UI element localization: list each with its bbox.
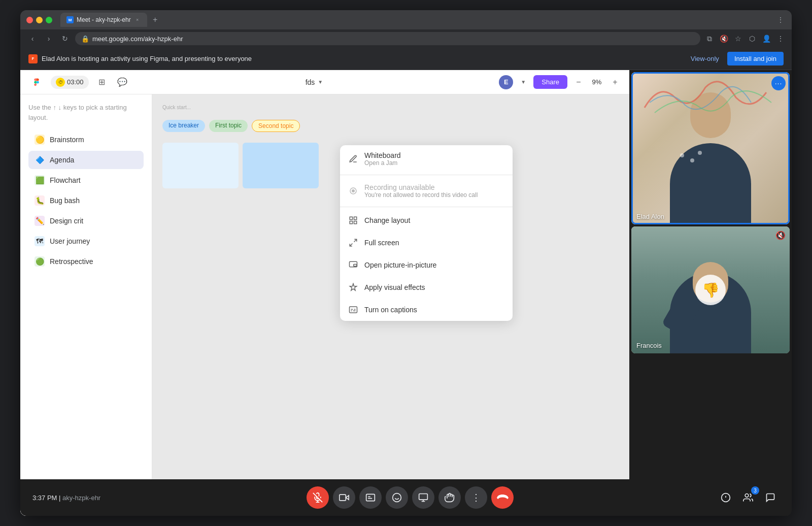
participants-button[interactable]: 3 <box>739 488 757 507</box>
thumbs-down-overlay: 👎 <box>695 275 726 305</box>
svg-line-7 <box>350 244 352 246</box>
figma-icon: F <box>28 54 38 63</box>
bugbash-label: Bug bash <box>50 196 80 205</box>
more-icon[interactable]: ⋮ <box>775 34 786 44</box>
menu-recording: Recording unavailable You're not allowed… <box>340 177 513 205</box>
whiteboard-label: Whiteboard <box>364 151 401 159</box>
maximize-window-button[interactable] <box>46 17 52 23</box>
browser-toolbar: ‹ › ↻ 🔒 meet.google.com/aky-hzpk-ehr ⧉ 🔇… <box>20 29 792 48</box>
layout-designcrit[interactable]: ✏️ Design crit <box>28 212 144 230</box>
layout-userjourney[interactable]: 🗺 User journey <box>28 232 144 250</box>
figma-toolbar: ⏱ 03:00 ⊞ 💬 fds ▼ E ▼ Share − 9% + <box>20 70 629 94</box>
forward-button[interactable]: › <box>43 32 55 45</box>
captions-label: Turn on captions <box>364 306 417 314</box>
second-topic-tag[interactable]: Second topic <box>252 120 300 132</box>
avatar-chevron-icon[interactable]: ▼ <box>518 77 528 87</box>
close-window-button[interactable] <box>26 17 33 23</box>
svg-rect-4 <box>350 221 352 224</box>
layout-brainstorm[interactable]: 🟡 Brainstorm <box>28 130 144 149</box>
mute-icon[interactable]: 🔇 <box>719 34 729 44</box>
userjourney-label: User journey <box>50 237 90 245</box>
lock-icon: 🔒 <box>81 35 89 43</box>
tab-title: Meet - aky-hzpk-ehr <box>77 16 131 23</box>
info-button[interactable] <box>717 488 735 507</box>
file-chevron-icon[interactable]: ▼ <box>318 79 323 85</box>
tab-close-button[interactable]: × <box>134 16 141 23</box>
bookmark-icon[interactable]: ☆ <box>733 34 743 44</box>
userjourney-icon: 🗺 <box>35 236 45 246</box>
zoom-out-button[interactable]: − <box>572 76 585 88</box>
flowchart-label: Flowchart <box>50 176 81 184</box>
raise-hand-button[interactable] <box>438 486 461 509</box>
context-menu: Whiteboard Open a Jam <box>340 145 513 321</box>
meet-banner: F Elad Alon is hosting an activity using… <box>20 48 792 70</box>
menu-visual-effects[interactable]: Apply visual effects <box>340 276 513 299</box>
fullscreen-label: Full screen <box>364 239 399 247</box>
present-button[interactable] <box>412 486 434 509</box>
toolbar-center: fds ▼ <box>136 78 493 86</box>
layout-flowchart[interactable]: 🟩 Flowchart <box>28 171 144 189</box>
change-layout-label: Change layout <box>364 216 410 224</box>
profile-icon[interactable]: 👤 <box>761 34 771 44</box>
layout-agenda[interactable]: 🔷 Agenda <box>28 151 144 169</box>
user-avatar-button[interactable]: E <box>499 75 513 89</box>
first-topic-tag[interactable]: First topic <box>209 120 248 132</box>
separator: | <box>59 494 62 502</box>
agenda-icon: 🔷 <box>35 155 45 165</box>
meet-tab[interactable]: M Meet - aky-hzpk-ehr × <box>60 13 147 27</box>
menu-change-layout[interactable]: Change layout <box>340 209 513 232</box>
effects-label: Apply visual effects <box>364 283 425 291</box>
share-button[interactable]: Share <box>533 75 567 89</box>
meeting-code: aky-hzpk-ehr <box>62 494 100 502</box>
chat-button[interactable] <box>761 488 780 507</box>
refresh-button[interactable]: ↻ <box>59 32 71 45</box>
figma-main[interactable]: Quick start... Ice breaker First topic S… <box>152 94 629 516</box>
ice-breaker-tag[interactable]: Ice breaker <box>162 120 205 132</box>
meet-time-info: 3:37 PM | aky-hzpk-ehr <box>32 494 104 502</box>
menu-pip[interactable]: Open picture-in-picture <box>340 254 513 276</box>
svg-rect-24 <box>419 494 428 500</box>
view-only-button[interactable]: View-only <box>687 53 723 64</box>
menu-fullscreen[interactable]: Full screen <box>340 232 513 254</box>
camera-button[interactable] <box>333 486 355 509</box>
grid-view-button[interactable]: ⊞ <box>95 75 109 89</box>
emoji-button[interactable] <box>386 486 408 509</box>
video-more-button[interactable]: ··· <box>771 76 786 90</box>
video-bg-francois: 👎 <box>631 226 790 353</box>
menu-whiteboard[interactable]: Whiteboard Open a Jam <box>340 145 513 173</box>
pip-label: Open picture-in-picture <box>364 261 436 269</box>
menu-captions[interactable]: Turn on captions <box>340 299 513 321</box>
screenshare-icon[interactable]: ⧉ <box>704 34 715 44</box>
bugbash-icon: 🐛 <box>35 195 45 206</box>
zoom-level: 9% <box>587 78 607 86</box>
svg-rect-5 <box>354 221 357 224</box>
recording-label: Recording unavailable <box>364 183 435 191</box>
minimize-window-button[interactable] <box>36 17 43 23</box>
address-bar[interactable]: 🔒 meet.google.com/aky-hzpk-ehr <box>75 32 700 45</box>
figma-logo-button[interactable] <box>28 74 45 90</box>
panel-hint: Use the ↑ ↓ keys to pick a starting layo… <box>28 103 144 122</box>
end-call-button[interactable] <box>491 486 514 509</box>
install-join-button[interactable]: Install and join <box>727 52 784 65</box>
window-more-button[interactable]: ⋮ <box>775 15 786 25</box>
new-tab-button[interactable]: + <box>149 14 161 26</box>
artboard-label: Quick start... <box>162 105 191 110</box>
microphone-button[interactable] <box>307 486 329 509</box>
extensions-icon[interactable]: ⬡ <box>747 34 757 44</box>
zoom-in-button[interactable]: + <box>609 76 621 88</box>
timer-icon: ⏱ <box>56 78 65 87</box>
video-panel: Elad Alon ··· <box>629 70 792 516</box>
back-button[interactable]: ‹ <box>26 32 39 45</box>
svg-rect-2 <box>350 217 352 219</box>
figma-left-panel: Use the ↑ ↓ keys to pick a starting layo… <box>20 94 152 516</box>
svg-rect-9 <box>354 265 357 267</box>
closed-captions-button[interactable] <box>359 486 382 509</box>
more-options-button[interactable]: ⋮ <box>465 486 487 509</box>
menu-whiteboard-content: Whiteboard Open a Jam <box>364 151 401 167</box>
recording-icon <box>348 186 358 196</box>
layout-bugbash[interactable]: 🐛 Bug bash <box>28 191 144 210</box>
video-bg-elad <box>631 72 790 224</box>
menu-recording-content: Recording unavailable You're not allowed… <box>364 183 478 199</box>
layout-retro[interactable]: 🟢 Retrospective <box>28 252 144 271</box>
comment-button[interactable]: 💬 <box>115 75 129 89</box>
